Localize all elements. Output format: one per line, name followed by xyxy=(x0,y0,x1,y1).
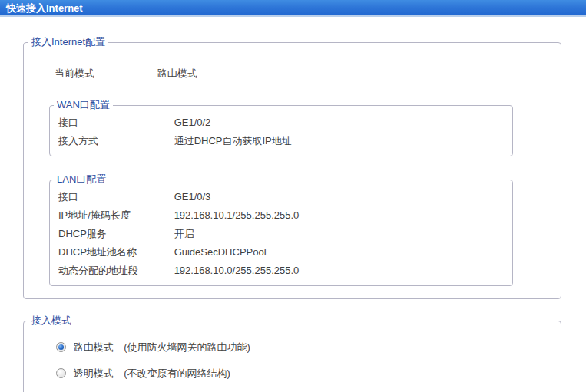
field-value: GE1/0/3 xyxy=(174,191,211,203)
field-label: 接口 xyxy=(58,114,171,132)
current-mode-row: 当前模式 路由模式 xyxy=(24,65,561,82)
field-label: 接入方式 xyxy=(58,132,171,150)
wan-interface-row: 接口 GE1/0/2 xyxy=(50,114,512,132)
access-mode-legend: 接入模式 xyxy=(28,314,74,328)
field-label: IP地址/掩码长度 xyxy=(58,206,171,225)
radio-option-transparent-mode[interactable]: 透明模式 (不改变原有的网络结构) xyxy=(24,367,561,380)
page-title: 快速接入Internet xyxy=(6,2,83,14)
field-value: 192.168.10.1/255.255.255.0 xyxy=(174,209,300,221)
internet-config-legend: 接入Internet配置 xyxy=(28,35,108,49)
current-mode-value: 路由模式 xyxy=(157,68,197,79)
field-value: 192.168.10.0/255.255.255.0 xyxy=(174,265,300,276)
current-mode-label: 当前模式 xyxy=(55,65,154,82)
field-value: 开启 xyxy=(174,228,194,239)
radio-option-label: 路由模式 xyxy=(74,341,114,353)
wan-config-legend: WAN口配置 xyxy=(54,98,113,112)
lan-interface-row: 接口 GE1/0/3 xyxy=(50,188,512,206)
lan-ip-mask-row: IP地址/掩码长度 192.168.10.1/255.255.255.0 xyxy=(50,206,512,225)
field-value: 通过DHCP自动获取IP地址 xyxy=(174,135,292,147)
radio-option-note: (使用防火墙网关的路由功能) xyxy=(124,341,250,353)
radio-button-icon[interactable] xyxy=(56,342,66,352)
radio-option-label: 透明模式 xyxy=(74,367,114,379)
field-label: 动态分配的地址段 xyxy=(58,262,171,280)
radio-button-icon[interactable] xyxy=(56,368,66,378)
radio-option-route-mode[interactable]: 路由模式 (使用防火墙网关的路由功能) xyxy=(24,341,561,354)
internet-config-fieldset: 接入Internet配置 当前模式 路由模式 WAN口配置 接口 GE1/0/2… xyxy=(23,35,561,299)
field-label: 接口 xyxy=(58,188,171,206)
field-value: GuideSecDHCPPool xyxy=(174,246,267,258)
lan-dhcp-pool-row: DHCP地址池名称 GuideSecDHCPPool xyxy=(50,243,512,262)
page-header: 快速接入Internet xyxy=(0,0,586,17)
lan-dhcp-service-row: DHCP服务 开启 xyxy=(50,225,512,243)
lan-config-legend: LAN口配置 xyxy=(54,173,109,186)
lan-config-fieldset: LAN口配置 接口 GE1/0/3 IP地址/掩码长度 192.168.10.1… xyxy=(49,173,513,286)
wan-config-fieldset: WAN口配置 接口 GE1/0/2 接入方式 通过DHCP自动获取IP地址 xyxy=(49,98,513,156)
radio-option-note: (不改变原有的网络结构) xyxy=(124,367,230,379)
field-label: DHCP地址池名称 xyxy=(58,243,171,262)
field-label: DHCP服务 xyxy=(58,225,171,243)
access-mode-fieldset: 接入模式 路由模式 (使用防火墙网关的路由功能) 透明模式 (不改变原有的网络结… xyxy=(23,314,561,392)
field-value: GE1/0/2 xyxy=(174,117,211,128)
lan-dynamic-range-row: 动态分配的地址段 192.168.10.0/255.255.255.0 xyxy=(50,262,512,280)
wan-access-method-row: 接入方式 通过DHCP自动获取IP地址 xyxy=(50,132,512,150)
